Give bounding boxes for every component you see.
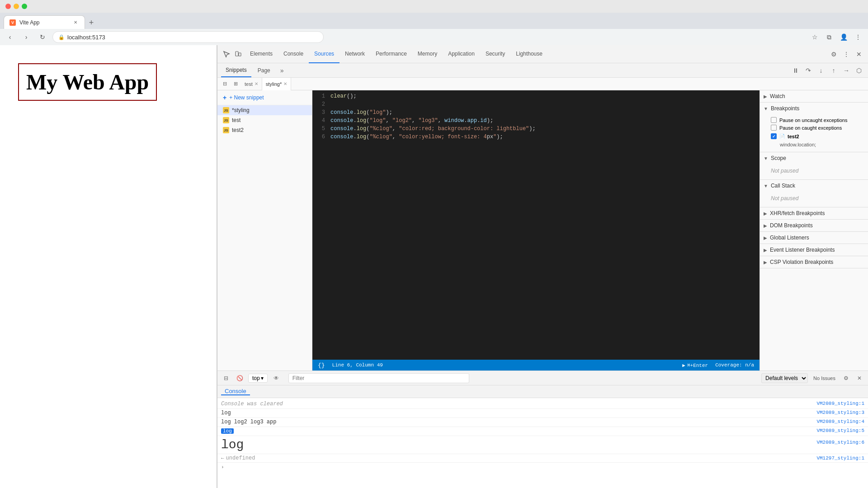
sub-tab-page[interactable]: Page xyxy=(253,64,275,77)
event-section-header[interactable]: ▶ Event Listener Breakpoints xyxy=(760,244,868,256)
console-source-5[interactable]: VM2089_styling:5 xyxy=(816,428,864,433)
console-source-4[interactable]: VM2089_styling:4 xyxy=(816,419,864,424)
file-icon-styling: JS xyxy=(223,107,229,113)
step-over-icon[interactable]: ↷ xyxy=(803,65,814,76)
address-bar-right: ☆ ⧉ 👤 ⋮ xyxy=(808,31,864,43)
more-options-icon[interactable]: ⋮ xyxy=(841,49,852,60)
console-input[interactable] xyxy=(227,464,864,471)
toggle-sidebar-icon[interactable]: ⊟ xyxy=(219,79,230,89)
file-tab-test[interactable]: test ✕ xyxy=(241,78,262,90)
xhr-section-header[interactable]: ▶ XHR/fetch Breakpoints xyxy=(760,207,868,219)
scope-chevron-icon: ▼ xyxy=(764,156,768,161)
dom-section-header[interactable]: ▶ DOM Breakpoints xyxy=(760,220,868,231)
pause-script-icon[interactable]: ⏸ xyxy=(790,65,801,76)
tab-elements[interactable]: Elements xyxy=(245,45,278,63)
console-levels-select[interactable]: Default levels xyxy=(761,373,808,383)
file-tab-styling[interactable]: styling* ✕ xyxy=(262,78,291,90)
tab-close-button[interactable]: ✕ xyxy=(72,19,79,26)
console-eye-icon[interactable]: 👁 xyxy=(271,373,281,383)
bookmark-button[interactable]: ☆ xyxy=(808,31,821,43)
file-tab-test-label: test xyxy=(245,81,253,87)
file-item-styling[interactable]: JS *styling xyxy=(217,105,312,115)
global-section-header[interactable]: ▶ Global Listeners xyxy=(760,232,868,244)
console-source-3[interactable]: VM2089_styling:3 xyxy=(816,410,864,415)
console-tab[interactable]: Console xyxy=(221,388,250,395)
step-out-icon[interactable]: ↑ xyxy=(828,65,839,76)
event-label: Event Listener Breakpoints xyxy=(770,247,835,253)
watch-section-header[interactable]: ▶ Watch xyxy=(760,90,868,102)
console-clear-icon[interactable]: 🚫 xyxy=(235,373,245,383)
run-icon: ▶ xyxy=(682,362,685,368)
tab-application[interactable]: Application xyxy=(443,45,480,63)
scope-section-header[interactable]: ▼ Scope xyxy=(760,152,868,164)
breakpoints-section-header[interactable]: ▼ Breakpoints xyxy=(760,103,868,114)
file-item-test[interactable]: JS test xyxy=(217,115,312,125)
file-item-test2[interactable]: JS test2 xyxy=(217,125,312,135)
line-num-4: 4 xyxy=(312,117,330,125)
tab-security[interactable]: Security xyxy=(480,45,510,63)
deactivate-breakpoints-icon[interactable]: ⬡ xyxy=(854,65,864,76)
global-chevron-icon: ▶ xyxy=(764,235,767,240)
forward-button[interactable]: › xyxy=(20,31,33,43)
minimize-button[interactable] xyxy=(14,4,19,9)
csp-section-header[interactable]: ▶ CSP Violation Breakpoints xyxy=(760,256,868,268)
maximize-button[interactable] xyxy=(22,4,27,9)
split-pane-icon[interactable]: ⊞ xyxy=(230,79,241,89)
pause-uncaught-label: Pause on uncaught exceptions xyxy=(779,117,847,123)
top-context-selector[interactable]: top ▾ xyxy=(248,374,268,383)
watch-chevron-icon: ▶ xyxy=(764,94,767,99)
call-stack-chevron-icon: ▼ xyxy=(764,183,768,188)
close-devtools-icon[interactable]: ✕ xyxy=(854,49,864,60)
console-toggle-sidebar-icon[interactable]: ⊟ xyxy=(221,373,231,383)
devtools-right-icons: ⚙ ⋮ ✕ xyxy=(828,49,864,60)
step-into-icon[interactable]: ↓ xyxy=(816,65,826,76)
menu-button[interactable]: ⋮ xyxy=(852,31,864,43)
console-close-icon[interactable]: ✕ xyxy=(854,373,864,383)
pause-uncaught-item: Pause on uncaught exceptions xyxy=(771,116,864,124)
new-snippet-button[interactable]: + + New snippet xyxy=(217,90,312,105)
sources-tabs-row: ⊟ ⊞ test ✕ styling* ✕ xyxy=(217,78,868,90)
close-tab-styling[interactable]: ✕ xyxy=(283,81,287,86)
step-icon[interactable]: → xyxy=(841,65,852,76)
console-log3-text: log xyxy=(221,428,816,434)
sub-tab-snippets[interactable]: Snippets xyxy=(221,64,251,77)
inspect-element-icon[interactable] xyxy=(221,49,232,60)
tab-network[interactable]: Network xyxy=(340,45,370,63)
breakpoint-checkbox[interactable]: ✓ xyxy=(771,133,777,139)
extensions-button[interactable]: ⧉ xyxy=(823,31,835,43)
refresh-button[interactable]: ↻ xyxy=(36,31,49,43)
pause-caught-checkbox[interactable] xyxy=(771,125,777,131)
console-settings-icon[interactable]: ⚙ xyxy=(841,373,851,383)
pause-uncaught-checkbox[interactable] xyxy=(771,117,777,123)
back-button[interactable]: ‹ xyxy=(4,31,16,43)
code-editor[interactable]: 1 clear(); 2 3 console.log("log"); 4 xyxy=(312,90,760,371)
close-button[interactable] xyxy=(5,4,11,9)
line-num-5: 5 xyxy=(312,125,330,133)
call-stack-section-header[interactable]: ▼ Call Stack xyxy=(760,180,868,192)
console-filter-input[interactable] xyxy=(288,373,469,383)
code-status-right: ▶ ⌘+Enter Coverage: n/a xyxy=(682,362,754,368)
browser-tab[interactable]: V Vite App ✕ xyxy=(4,15,85,29)
console-row-log2: log log2 log3 app VM2089_styling:4 xyxy=(217,418,868,427)
url-box[interactable]: 🔒 localhost:5173 xyxy=(52,31,324,43)
close-tab-test[interactable]: ✕ xyxy=(255,81,258,86)
tab-lighthouse[interactable]: Lighthouse xyxy=(510,45,548,63)
console-source-6[interactable]: VM2089_styling:6 xyxy=(816,436,868,445)
sub-tab-more-icon[interactable]: » xyxy=(277,65,288,76)
sources-content: + + New snippet JS *styling JS test JS t… xyxy=(217,90,868,371)
line-column-info: Line 6, Column 49 xyxy=(332,362,383,368)
profile-button[interactable]: 👤 xyxy=(837,31,850,43)
run-shortcut[interactable]: ▶ ⌘+Enter xyxy=(682,362,708,368)
tab-console[interactable]: Console xyxy=(278,45,309,63)
tab-sources[interactable]: Sources xyxy=(309,45,340,63)
csp-section: ▶ CSP Violation Breakpoints xyxy=(760,256,868,268)
code-line-1: 1 clear(); xyxy=(312,92,760,100)
call-stack-label: Call Stack xyxy=(771,183,795,189)
new-tab-button[interactable]: + xyxy=(85,16,98,29)
console-source-undefined[interactable]: VM1297_styling:1 xyxy=(816,455,864,461)
tab-memory[interactable]: Memory xyxy=(412,45,443,63)
device-mode-icon[interactable] xyxy=(233,49,244,60)
settings-icon[interactable]: ⚙ xyxy=(828,49,839,60)
console-source-1[interactable]: VM2089_styling:1 xyxy=(816,401,864,406)
tab-performance[interactable]: Performance xyxy=(370,45,412,63)
